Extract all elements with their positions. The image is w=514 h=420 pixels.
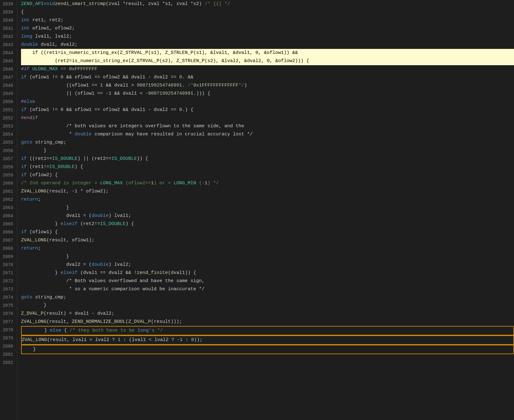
code-line: if (oflow1 != 0 && oflow1 == oflow2 && d… xyxy=(21,106,514,114)
code-line: } else if (ret2!=IS_DOUBLE) { xyxy=(21,220,514,228)
line-number: 2062 xyxy=(3,196,13,204)
line-number: 2047 xyxy=(3,73,13,81)
code-line: ZVAL_LONG(result, ZEND_NORMALIZE_BOOL(Z_… xyxy=(21,318,514,326)
code-editor: 2038203920402041204220432044204520462047… xyxy=(0,0,514,420)
line-number: 2043 xyxy=(3,41,13,49)
line-number: 2053 xyxy=(3,122,13,130)
line-number: 2038 xyxy=(3,0,13,8)
code-line: if (ret1!=IS_DOUBLE) { xyxy=(21,163,514,171)
line-number: 2060 xyxy=(3,179,13,187)
code-line: ZVAL_LONG(result, lval1 > lval2 ? 1 : (l… xyxy=(21,335,514,345)
line-number: 2046 xyxy=(3,65,13,73)
code-line: /* Both values overflowed and have the s… xyxy=(21,277,514,285)
code-line: ZVAL_LONG(result, -1 * oflow2); xyxy=(21,187,514,196)
code-line: return; xyxy=(21,244,514,253)
code-line: goto string_cmp; xyxy=(21,139,514,147)
line-number: 2080 xyxy=(3,342,13,350)
code-line: ((oflow1 == 1 && dval1 > 900719925474099… xyxy=(21,81,514,90)
code-content[interactable]: ZEND_API void zendi_smart_strcmp(zval *r… xyxy=(17,0,514,420)
line-number: 2068 xyxy=(3,244,13,253)
line-number: 2061 xyxy=(3,187,13,196)
code-line: } else { /* they both have to be long's … xyxy=(21,326,514,335)
code-line: if ((ret1=is_numeric_string_ex(Z_STRVAL_… xyxy=(21,49,514,57)
code-line: if ((ret1==IS_DOUBLE) || (ret2==IS_DOUBL… xyxy=(21,155,514,163)
code-line: } else if (dval1 == dval2 && !zend_finit… xyxy=(21,269,514,277)
code-line: if (oflow1) { xyxy=(21,228,514,236)
code-line: } xyxy=(21,147,514,155)
line-number: 2054 xyxy=(3,130,13,139)
line-number: 2041 xyxy=(3,24,13,33)
line-number: 2075 xyxy=(3,302,13,310)
code-line: goto string_cmp; xyxy=(21,293,514,302)
code-line: if (oflow1 != 0 && oflow1 == oflow2 && d… xyxy=(21,73,514,81)
line-number: 2070 xyxy=(3,261,13,269)
line-number: 2045 xyxy=(3,57,13,65)
code-line: || (oflow1 == -1 && dval1 < -90071992547… xyxy=(21,90,514,98)
line-number: 2040 xyxy=(3,16,13,24)
code-line: ZVAL_LONG(result, oflow1); xyxy=(21,236,514,244)
line-number: 2063 xyxy=(3,204,13,212)
code-line: return; xyxy=(21,196,514,204)
code-line: dval1 = (double) lval1; xyxy=(21,212,514,220)
code-line: int ret1, ret2; xyxy=(21,16,514,24)
line-number: 2042 xyxy=(3,33,13,41)
code-line: (ret2=is_numeric_string_ex(Z_STRVAL_P(s2… xyxy=(21,57,514,65)
line-number: 2079 xyxy=(3,334,13,342)
line-number: 2072 xyxy=(3,277,13,285)
code-line: } xyxy=(21,302,514,310)
line-number: 2071 xyxy=(3,269,13,277)
code-line: { xyxy=(21,8,514,16)
code-line: long lval1, lval2; xyxy=(21,33,514,41)
code-line: dval2 = (double) lval2; xyxy=(21,261,514,269)
code-line: } xyxy=(21,253,514,261)
line-number: 2064 xyxy=(3,212,13,220)
line-number: 2077 xyxy=(3,318,13,326)
code-line: * double comparison may have resulted in… xyxy=(21,130,514,139)
line-number: 2055 xyxy=(3,139,13,147)
code-line: int oflow1, oflow2; xyxy=(21,24,514,33)
line-number: 2082 xyxy=(3,359,13,367)
line-number: 2039 xyxy=(3,8,13,16)
line-number: 2073 xyxy=(3,285,13,293)
code-line: ZEND_API void zendi_smart_strcmp(zval *r… xyxy=(21,0,514,8)
code-line: } xyxy=(21,204,514,212)
line-number: 2069 xyxy=(3,253,13,261)
line-number: 2065 xyxy=(3,220,13,228)
line-number: 2050 xyxy=(3,98,13,106)
line-number: 2059 xyxy=(3,171,13,179)
line-numbers: 2038203920402041204220432044204520462047… xyxy=(0,0,17,420)
code-line: double dval1, dval2; xyxy=(21,41,514,49)
line-number: 2044 xyxy=(3,49,13,57)
line-number: 2067 xyxy=(3,236,13,244)
line-number: 2081 xyxy=(3,350,13,359)
line-number: 2052 xyxy=(3,114,13,122)
code-line: /* both values are integers overflown to… xyxy=(21,122,514,130)
line-number: 2066 xyxy=(3,228,13,236)
code-line: #if ULONG_MAX == 0xFFFFFFFF xyxy=(21,65,514,73)
line-number: 2058 xyxy=(3,163,13,171)
code-line: * so a numeric comparison would be inacc… xyxy=(21,285,514,293)
code-line: Z_DVAL_P(result) = dval1 - dval2; xyxy=(21,310,514,318)
line-number: 2056 xyxy=(3,147,13,155)
line-number: 2074 xyxy=(3,293,13,302)
line-number: 2057 xyxy=(3,155,13,163)
line-number: 2078 xyxy=(3,326,13,334)
line-number: 2048 xyxy=(3,81,13,90)
line-number: 2076 xyxy=(3,310,13,318)
code-line: if (oflow2) { xyxy=(21,171,514,179)
line-number: 2049 xyxy=(3,90,13,98)
code-line: #else xyxy=(21,98,514,106)
code-line: /* 2nd operand is integer > LONG_MAX (of… xyxy=(21,179,514,187)
code-line: #endif xyxy=(21,114,514,122)
code-line: } xyxy=(21,345,514,354)
line-number: 2051 xyxy=(3,106,13,114)
